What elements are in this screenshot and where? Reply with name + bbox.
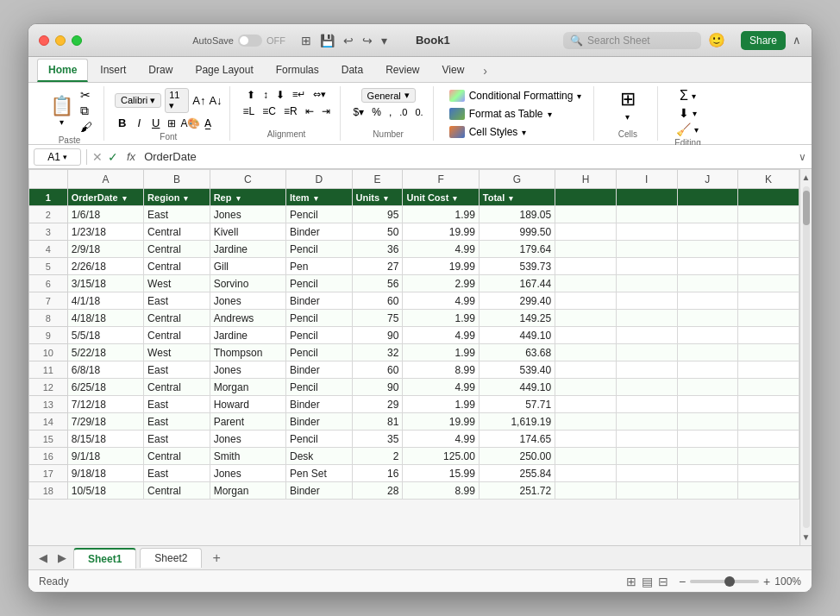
cell-row13-col3[interactable]: Binder	[286, 396, 353, 413]
cell-row11-col0[interactable]: 6/8/18	[67, 361, 143, 379]
cell-F1[interactable]: Unit Cost ▾	[403, 189, 479, 206]
cell-row9-col1[interactable]: Central	[144, 327, 210, 344]
cell-row16-col3[interactable]: Desk	[286, 448, 353, 465]
cell-row17-col1[interactable]: East	[144, 465, 210, 482]
cell-row11-col8[interactable]	[616, 361, 677, 379]
cell-row4-col1[interactable]: Central	[144, 241, 210, 258]
cell-row11-col3[interactable]: Binder	[286, 361, 353, 379]
cell-row5-col1[interactable]: Central	[144, 258, 210, 275]
cell-row14-col8[interactable]	[616, 413, 677, 431]
cell-row2-col4[interactable]: 95	[352, 206, 403, 223]
cell-row6-col1[interactable]: West	[144, 275, 210, 292]
cell-row13-col1[interactable]: East	[144, 396, 210, 413]
cell-row8-col4[interactable]: 75	[352, 310, 403, 327]
cell-row14-col3[interactable]: Binder	[286, 413, 353, 431]
vertical-scrollbar[interactable]: ▲ ▼	[799, 169, 812, 545]
cell-row18-col0[interactable]: 10/5/18	[67, 482, 143, 500]
cell-reference-box[interactable]: A1 ▾	[34, 148, 81, 166]
cell-row17-col5[interactable]: 15.99	[403, 465, 479, 482]
cell-J1[interactable]	[677, 189, 738, 206]
normal-view-icon[interactable]: ⊞	[626, 575, 636, 588]
conditional-formatting-button[interactable]: Conditional Formatting ▾	[444, 88, 587, 104]
zoom-plus-button[interactable]: +	[763, 575, 770, 588]
confirm-formula-icon[interactable]: ✓	[108, 150, 118, 164]
cut-icon[interactable]: ✂	[80, 88, 92, 102]
cell-row3-col3[interactable]: Binder	[286, 223, 353, 241]
decrease-decimal-icon[interactable]: 0.	[413, 106, 426, 118]
align-right-icon[interactable]: ≡R	[281, 104, 300, 118]
cell-row15-col9[interactable]	[677, 431, 738, 448]
cell-row12-col8[interactable]	[616, 379, 677, 396]
cell-row8-col6[interactable]: 149.25	[479, 310, 555, 327]
copy-icon[interactable]: ⧉	[80, 104, 92, 118]
cell-row17-col3[interactable]: Pen Set	[286, 465, 353, 482]
save-icon[interactable]: 💾	[320, 34, 335, 47]
indent-increase-icon[interactable]: ⇥	[319, 104, 333, 118]
cell-row2-col10[interactable]	[738, 206, 799, 223]
col-header-C[interactable]: C	[210, 170, 285, 189]
cell-row15-col6[interactable]: 174.65	[479, 431, 555, 448]
cell-row15-col4[interactable]: 35	[352, 431, 403, 448]
cell-C1[interactable]: Rep ▾	[210, 189, 285, 206]
cell-E1[interactable]: Units ▾	[352, 189, 403, 206]
cell-row15-col8[interactable]	[616, 431, 677, 448]
cell-row7-col8[interactable]	[616, 292, 677, 310]
currency-icon[interactable]: $▾	[351, 105, 367, 119]
cell-row6-col0[interactable]: 3/15/18	[67, 275, 143, 292]
cell-row4-col5[interactable]: 4.99	[403, 241, 479, 258]
cells-control[interactable]: ⊞ ▾	[620, 88, 636, 122]
cell-row13-col7[interactable]	[555, 396, 617, 413]
cell-row6-col9[interactable]	[677, 275, 738, 292]
cell-row5-col5[interactable]: 19.99	[403, 258, 479, 275]
cell-row5-col10[interactable]	[738, 258, 799, 275]
cell-row7-col1[interactable]: East	[144, 292, 210, 310]
cell-row12-col9[interactable]	[677, 379, 738, 396]
col-header-F[interactable]: F	[403, 170, 479, 189]
cell-row18-col10[interactable]	[738, 482, 799, 500]
more-icon[interactable]: ▾	[381, 34, 387, 47]
cell-row16-col10[interactable]	[738, 448, 799, 465]
cell-row9-col3[interactable]: Pencil	[286, 327, 353, 344]
cell-row17-col2[interactable]: Jones	[210, 465, 285, 482]
col-header-A[interactable]: A	[67, 170, 143, 189]
cell-D1[interactable]: Item ▾	[286, 189, 353, 206]
tab-view[interactable]: View	[432, 60, 475, 82]
cell-row9-col4[interactable]: 90	[352, 327, 403, 344]
cell-row11-col10[interactable]	[738, 361, 799, 379]
scroll-up-arrow[interactable]: ▲	[800, 171, 812, 184]
cell-row8-col9[interactable]	[677, 310, 738, 327]
cell-row11-col9[interactable]	[677, 361, 738, 379]
cell-row13-col10[interactable]	[738, 396, 799, 413]
collapse-icon[interactable]: ∧	[793, 34, 801, 47]
indent-decrease-icon[interactable]: ⇤	[303, 104, 317, 118]
tab-home[interactable]: Home	[37, 59, 88, 82]
cell-row2-col5[interactable]: 1.99	[403, 206, 479, 223]
cell-row8-col10[interactable]	[738, 310, 799, 327]
cell-H1[interactable]	[555, 189, 617, 206]
cell-row18-col4[interactable]: 28	[352, 482, 403, 500]
cell-row18-col8[interactable]	[616, 482, 677, 500]
tab-insert[interactable]: Insert	[90, 60, 136, 82]
col-header-I[interactable]: I	[616, 170, 677, 189]
cell-row3-col7[interactable]	[555, 223, 617, 241]
align-bottom-icon[interactable]: ⬇	[273, 88, 287, 102]
cell-row7-col0[interactable]: 4/1/18	[67, 292, 143, 310]
close-button[interactable]	[39, 35, 49, 46]
cell-row11-col1[interactable]: East	[144, 361, 210, 379]
cell-G1[interactable]: Total ▾	[479, 189, 555, 206]
percent-icon[interactable]: %	[369, 105, 384, 119]
cell-row16-col0[interactable]: 9/1/18	[67, 448, 143, 465]
sheet-tab-sheet2[interactable]: Sheet2	[140, 548, 202, 568]
cell-row5-col8[interactable]	[616, 258, 677, 275]
cell-row4-col6[interactable]: 179.64	[479, 241, 555, 258]
italic-button[interactable]: I	[134, 116, 144, 130]
col-header-G[interactable]: G	[479, 170, 555, 189]
cell-row5-col9[interactable]	[677, 258, 738, 275]
sheet-tab-sheet1[interactable]: Sheet1	[73, 548, 136, 569]
cell-row6-col5[interactable]: 2.99	[403, 275, 479, 292]
cell-row16-col5[interactable]: 125.00	[403, 448, 479, 465]
cell-row7-col4[interactable]: 60	[352, 292, 403, 310]
cell-row16-col6[interactable]: 250.00	[479, 448, 555, 465]
cell-row6-col10[interactable]	[738, 275, 799, 292]
cell-row13-col0[interactable]: 7/12/18	[67, 396, 143, 413]
